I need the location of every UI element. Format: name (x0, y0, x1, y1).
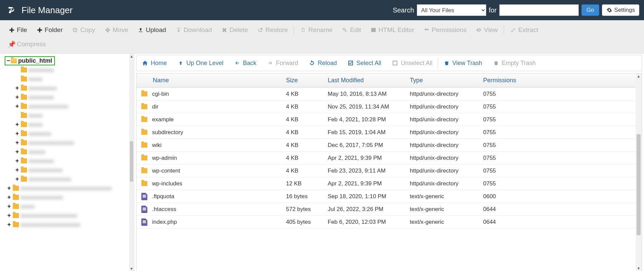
scroll-thumb[interactable] (637, 134, 641, 235)
cell-modified: Apr 2, 2021, 9:39 PM (323, 180, 405, 187)
table-row[interactable]: .htaccess572 bytesJul 26, 2022, 3:26 PMt… (137, 203, 642, 216)
home-button[interactable]: Home (137, 55, 172, 71)
expand-icon[interactable]: + (7, 221, 11, 228)
scroll-down-icon[interactable]: ▼ (636, 266, 642, 270)
tree-item[interactable]: +xxxxxxxxxxxxxxxx (15, 138, 134, 147)
scroll-up-icon[interactable]: ▲ (130, 54, 134, 59)
expand-icon[interactable]: + (15, 103, 20, 110)
extract-button[interactable]: ⤢Extract (505, 23, 543, 37)
tree-item[interactable]: +xxxxxxxxxxxxxx (15, 102, 134, 111)
tree-item[interactable]: xxxxx (15, 74, 134, 84)
compress-button[interactable]: 📌Compress (4, 37, 51, 51)
tree-item[interactable]: +xxxxxxxx (15, 129, 134, 138)
tree-item[interactable]: +xxxxxxxxxxxxxxx (7, 193, 134, 202)
tree-siblings: +xxxxxxxxxxxxxxxxxxxxxxxxxxxxxxxx +xxxxx… (7, 184, 134, 229)
tree-item[interactable]: +xxxxxxxxxxxxxxxxxxxxxxxxxxxxxxxx (7, 184, 134, 193)
new-folder-button[interactable]: ✚Folder (32, 23, 68, 37)
expand-icon[interactable]: + (7, 194, 11, 201)
expand-icon[interactable]: + (15, 176, 20, 183)
col-modified[interactable]: Last Modified (323, 77, 405, 84)
expand-icon[interactable]: + (15, 139, 20, 146)
reload-button[interactable]: Reload (303, 55, 342, 71)
expand-icon[interactable]: + (7, 203, 11, 210)
scroll-down-icon[interactable]: ▼ (130, 266, 134, 271)
col-size[interactable]: Size (281, 77, 323, 84)
tree-item[interactable]: +xxxxxxxxxxxxxxx (15, 175, 134, 184)
label: Select All (356, 60, 381, 67)
select-all-button[interactable]: Select All (342, 55, 387, 71)
permissions-button[interactable]: Permissions (419, 23, 471, 37)
collapse-icon[interactable]: − (6, 57, 11, 64)
tree-item[interactable]: +xxxxxx (15, 147, 134, 156)
tree-item[interactable]: +xxxxx (15, 120, 134, 129)
unselect-all-button[interactable]: Unselect All (387, 55, 438, 71)
go-button[interactable]: Go (581, 4, 599, 16)
label: Home (151, 60, 167, 67)
tree-item[interactable]: xxxxxxxxx (15, 65, 134, 74)
expand-icon[interactable]: + (15, 167, 20, 174)
forward-button[interactable]: Forward (262, 55, 303, 71)
expand-icon[interactable]: + (7, 212, 11, 219)
table-scrollbar[interactable]: ▲ ▼ (636, 73, 642, 271)
table-row[interactable]: index.php405 bytesFeb 6, 2020, 12:03 PMt… (137, 216, 642, 229)
tree-item[interactable]: +xxxxxxxxx (15, 93, 134, 102)
scroll-thumb[interactable] (130, 141, 133, 182)
tree-item[interactable]: +xxxxxxxxxx (15, 84, 134, 93)
table-row[interactable]: .ftpquota16 bytesSep 18, 2020, 1:10 PMte… (137, 190, 642, 203)
folder-icon (141, 181, 147, 186)
table-row[interactable]: wp-admin4 KBApr 2, 2021, 9:39 PMhttpd/un… (137, 152, 642, 164)
expand-icon[interactable]: + (15, 157, 20, 164)
label: Unselect All (401, 60, 432, 67)
download-button[interactable]: Download (171, 23, 217, 37)
tree-scrollbar[interactable]: ▲ ▼ (129, 54, 134, 271)
expand-icon[interactable]: + (15, 121, 20, 128)
back-icon (234, 60, 240, 66)
col-name[interactable]: Name (137, 77, 281, 84)
expand-icon[interactable]: + (15, 148, 20, 155)
edit-button[interactable]: ✎Edit (337, 23, 366, 37)
expand-icon[interactable]: + (15, 130, 20, 137)
move-button[interactable]: ✥Move (100, 23, 133, 37)
table-row[interactable]: cgi-bin4 KBMay 10, 2016, 8:13 AMhttpd/un… (137, 88, 642, 100)
expand-icon[interactable]: + (7, 185, 11, 192)
tree-item[interactable]: +xxxxxxxxxxxxxxxxxxxxx (7, 220, 134, 229)
view-button[interactable]: View (471, 23, 502, 37)
html-editor-button[interactable]: HTML Editor (366, 23, 419, 37)
folder-icon (141, 168, 147, 173)
tree-item[interactable]: +xxxxxxxxxxxx (15, 165, 134, 175)
upload-button[interactable]: Upload (133, 23, 171, 37)
expand-icon[interactable]: + (15, 94, 20, 101)
col-type[interactable]: Type (405, 77, 478, 84)
search-input[interactable] (499, 4, 579, 16)
table-row[interactable]: example4 KBFeb 4, 2021, 10:28 PMhttpd/un… (137, 113, 642, 126)
table-row[interactable]: wp-includes12 KBApr 2, 2021, 9:39 PMhttp… (137, 177, 642, 190)
restore-button[interactable]: ↺Restore (253, 23, 293, 37)
table-row[interactable]: dir4 KBNov 25, 2019, 11:34 AMhttpd/unix-… (137, 100, 642, 113)
tree-item[interactable]: +xxxxx (7, 202, 134, 211)
table-row[interactable]: subdirectory4 KBFeb 15, 2019, 1:04 AMhtt… (137, 126, 642, 139)
tree-item[interactable]: xxxxx (15, 111, 134, 120)
up-one-level-button[interactable]: Up One Level (172, 55, 229, 71)
tree-root-node[interactable]: − public_html (5, 56, 134, 65)
tree-item[interactable]: +xxxxxxxxx (15, 156, 134, 165)
label: Copy (80, 26, 95, 34)
label: View Trash (452, 60, 482, 67)
scroll-up-icon[interactable]: ▲ (636, 74, 642, 78)
tree-item[interactable]: +xxxxxxxxxxxxxxxxxxxx (7, 211, 134, 220)
expand-icon[interactable]: + (15, 85, 20, 92)
col-permissions[interactable]: Permissions (478, 77, 642, 84)
new-file-button[interactable]: ✚File (4, 23, 32, 37)
rename-button[interactable]: Rename (295, 23, 337, 37)
cell-size: 16 bytes (281, 193, 323, 200)
copy-button[interactable]: ⧉Copy (67, 23, 100, 37)
cell-type: text/x-generic (405, 219, 478, 225)
table-row[interactable]: wp-content4 KBFeb 23, 2023, 9:11 AMhttpd… (137, 164, 642, 177)
reload-icon (309, 60, 315, 66)
settings-button[interactable]: Settings (602, 4, 639, 16)
delete-button[interactable]: ✖Delete (217, 23, 253, 37)
empty-trash-button[interactable]: Empty Trash (488, 55, 541, 71)
view-trash-button[interactable]: View Trash (438, 55, 488, 71)
table-row[interactable]: wiki4 KBDec 6, 2017, 7:05 PMhttpd/unix-d… (137, 139, 642, 152)
search-scope-select[interactable]: All Your Files (417, 4, 486, 16)
back-button[interactable]: Back (229, 55, 262, 71)
